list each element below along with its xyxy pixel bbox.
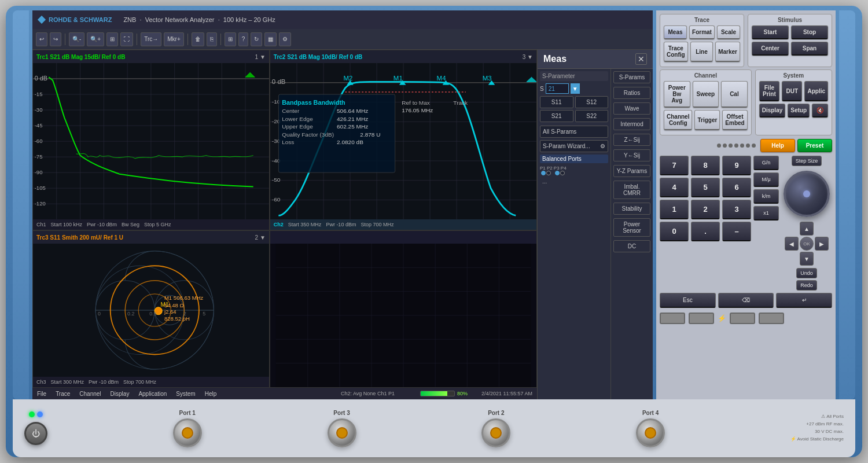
meas-right-yz[interactable]: Y-Z Params <box>613 165 650 177</box>
zoom-in-btn[interactable]: 🔍+ <box>87 32 104 46</box>
meas-close-btn[interactable]: ✕ <box>635 53 647 65</box>
meas-right-intermod[interactable]: Intermod <box>613 118 650 130</box>
channel-config-btn[interactable]: Channel Config <box>664 110 692 130</box>
num-minus[interactable]: – <box>722 222 751 241</box>
help-btn[interactable]: Help <box>760 139 795 152</box>
unit-gn[interactable]: G/n <box>753 156 779 170</box>
meas-right-imbal[interactable]: Imbal. CMRR <box>613 181 650 199</box>
nav-up-btn[interactable]: ▲ <box>800 222 814 236</box>
power-button[interactable]: ⏻ <box>24 422 47 445</box>
delete-btn[interactable]: 🗑 <box>192 32 204 46</box>
meas-right-zsij[interactable]: Z←Sij <box>613 134 650 146</box>
port-1-label: Port 1 <box>179 410 196 416</box>
menu-display[interactable]: Display <box>111 391 130 397</box>
meas-right-dc[interactable]: DC <box>613 240 650 252</box>
windows-btn[interactable]: ⊞ <box>225 32 236 46</box>
applic-btn[interactable]: Applic <box>804 81 828 101</box>
menu-file[interactable]: File <box>37 391 46 397</box>
menu-application[interactable]: Application <box>138 391 167 397</box>
undo-hw-btn[interactable]: Undo <box>796 268 817 278</box>
num-3[interactable]: 3 <box>722 200 751 219</box>
redo-hw-btn[interactable]: Redo <box>796 280 817 291</box>
start-btn[interactable]: Start <box>752 25 789 39</box>
undo-btn[interactable]: ↩ <box>36 32 47 46</box>
power-bw-btn[interactable]: Power Bw Avg <box>664 81 690 108</box>
refresh-btn[interactable]: ↻ <box>251 32 262 46</box>
meas-right-wave[interactable]: Wave <box>613 102 650 115</box>
port-p4-radio[interactable] <box>560 171 565 175</box>
port-p2-radio[interactable] <box>546 171 551 175</box>
num-dot[interactable]: . <box>691 222 720 241</box>
rotary-knob[interactable] <box>784 171 830 217</box>
meas-hw-btn[interactable]: Meas <box>664 25 687 39</box>
sweep-btn[interactable]: Sweep <box>693 81 719 108</box>
trace-config-btn[interactable]: Trace Config <box>664 42 688 62</box>
menu-channel[interactable]: Channel <box>79 391 101 397</box>
settings2-btn[interactable]: ⚙ <box>279 32 291 46</box>
backspace-btn[interactable]: ⌫ <box>718 293 774 308</box>
sparam-s12[interactable]: S12 <box>575 96 609 108</box>
dut-btn[interactable]: DUT <box>782 81 802 101</box>
num-1[interactable]: 1 <box>660 200 689 219</box>
meas-right-sparams[interactable]: S-Params <box>613 71 650 83</box>
nav-right-btn[interactable]: ▶ <box>815 237 829 251</box>
marker-btn[interactable]: Marker <box>715 42 740 62</box>
sparam-s11[interactable]: S11 <box>540 96 573 108</box>
nav-down-btn[interactable]: ▼ <box>800 252 814 266</box>
num-2[interactable]: 2 <box>691 200 720 219</box>
center-btn[interactable]: Center <box>752 42 789 56</box>
unit-x1[interactable]: x1 <box>753 206 779 221</box>
format-hw-btn[interactable]: Format <box>689 25 715 39</box>
menu-help[interactable]: Help <box>205 391 217 397</box>
help-toolbar-btn[interactable]: ? <box>238 32 249 46</box>
port-p3-radio[interactable] <box>555 171 560 175</box>
port-p1-radio[interactable] <box>541 171 546 175</box>
stop-btn[interactable]: Stop <box>791 25 828 39</box>
copy-btn[interactable]: ⎘ <box>207 32 217 46</box>
zoom-out-btn[interactable]: 🔍- <box>69 32 84 46</box>
num-6[interactable]: 6 <box>722 178 751 197</box>
setup-btn[interactable]: Setup <box>788 104 810 117</box>
meas-s-arrow[interactable]: ▼ <box>571 83 580 94</box>
redo-btn[interactable]: ↪ <box>50 32 61 46</box>
marker-add-btn[interactable]: Mkr+ <box>164 32 184 46</box>
nav-ok-btn[interactable]: OK <box>800 237 814 251</box>
step-size-btn[interactable]: Step Size <box>792 156 822 166</box>
zoom-area-btn[interactable]: ⊞ <box>106 32 118 46</box>
sparam-s21[interactable]: S21 <box>540 110 573 122</box>
meas-right-ysij[interactable]: Y←Sij <box>613 149 650 161</box>
num-0[interactable]: 0 <box>660 222 689 241</box>
sparam-s22[interactable]: S22 <box>575 110 609 122</box>
meas-right-stability[interactable]: Stability <box>613 203 650 215</box>
preset-btn[interactable]: Preset <box>797 139 832 152</box>
grid-btn[interactable]: ▦ <box>264 32 277 46</box>
trace-arrow-btn[interactable]: Trc→ <box>141 32 161 46</box>
offset-embed-btn[interactable]: Offset Embed <box>722 110 747 130</box>
menu-system[interactable]: System <box>176 391 195 397</box>
line-btn[interactable]: Line <box>690 42 713 62</box>
menu-trace[interactable]: Trace <box>56 391 70 397</box>
num-5[interactable]: 5 <box>691 178 720 197</box>
num-8[interactable]: 8 <box>691 156 720 175</box>
nav-left-btn[interactable]: ◀ <box>785 237 799 251</box>
file-print-btn[interactable]: File Print <box>759 81 779 101</box>
meas-right-powersensor[interactable]: Power Sensor <box>613 218 650 237</box>
num-7[interactable]: 7 <box>660 156 689 175</box>
num-9[interactable]: 9 <box>722 156 751 175</box>
num-4[interactable]: 4 <box>660 178 689 197</box>
meas-s-input[interactable] <box>546 83 569 94</box>
unit-mu[interactable]: M/μ <box>753 172 779 187</box>
span-btn[interactable]: Span <box>791 42 828 56</box>
display-btn[interactable]: Display <box>759 104 786 117</box>
meas-right-ratios[interactable]: Ratios <box>613 87 650 99</box>
all-sparams-btn[interactable]: All S-Params <box>540 126 608 138</box>
esc-btn[interactable]: Esc <box>660 293 716 308</box>
scale-hw-btn[interactable]: Scale <box>717 25 740 39</box>
fullscreen-btn[interactable]: ⛶ <box>120 32 133 46</box>
trigger-btn[interactable]: Trigger <box>694 110 720 130</box>
cal-btn[interactable]: Cal <box>721 81 748 108</box>
mute-btn[interactable]: 🔇 <box>812 104 828 117</box>
enter-btn[interactable]: ↵ <box>776 293 832 308</box>
sparam-wizard-btn[interactable]: S-Param Wizard... ⚙ <box>540 140 608 152</box>
unit-km[interactable]: k/m <box>753 189 779 204</box>
